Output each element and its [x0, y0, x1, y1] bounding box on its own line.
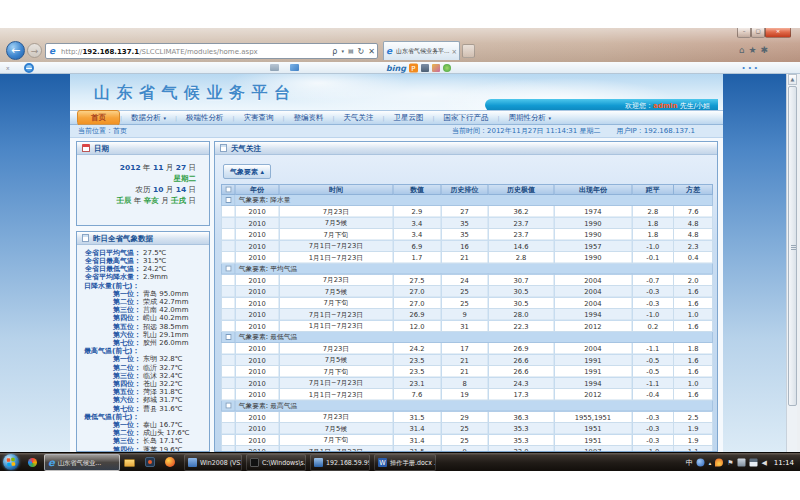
data-row[interactable]: 20107月23日24.21726.92004-1.11.8: [222, 343, 713, 355]
stat-label: 全省日最高气温：: [77, 256, 141, 264]
tray-network-icon[interactable]: [749, 459, 757, 467]
checkbox-icon[interactable]: [225, 334, 231, 340]
data-row[interactable]: 20107月1日~7月23日26.9928.01994-1.01.0: [222, 309, 713, 321]
browser2-icon[interactable]: [164, 456, 177, 469]
data-row[interactable]: 20107月23日27.52430.72004-0.72.0: [222, 274, 713, 286]
tray-display-icon[interactable]: [737, 459, 745, 467]
checkbox-icon[interactable]: [225, 197, 231, 203]
tray-flag-icon[interactable]: ⚑: [727, 459, 733, 467]
scrollbar-thumb[interactable]: [788, 86, 797, 406]
toolbar-globe-icon[interactable]: [443, 64, 451, 72]
taskbar-task-ie[interactable]: e山东省气候业...: [44, 454, 120, 471]
group-row[interactable]: 气象要素: 最低气温: [222, 332, 713, 343]
favorites-icon[interactable]: ★: [748, 44, 756, 55]
date-line-0: 2012 年 11 月 27 日: [77, 162, 196, 173]
taskbar-task-word[interactable]: W操作手册.docx ...: [374, 454, 436, 471]
menu-item-3[interactable]: 灾害查询: [234, 113, 282, 123]
cell: 2010: [235, 217, 279, 229]
weather-panel-header: 天气关注: [215, 142, 717, 155]
tray-network-globe-icon[interactable]: [697, 459, 705, 467]
toolbar-overflow-icon[interactable]: •••: [742, 64, 760, 72]
report-icon: [82, 234, 89, 242]
cell: 35.3: [488, 423, 554, 435]
checkbox-icon[interactable]: [225, 187, 231, 193]
tray-flame-icon[interactable]: [715, 459, 723, 467]
toolbar-close-icon[interactable]: x: [6, 64, 10, 71]
taskbar-task-vm[interactable]: Win2008 (VS2...: [184, 454, 242, 471]
data-row[interactable]: 20107月下旬23.52126.61991-0.51.6: [222, 366, 713, 378]
data-row[interactable]: 20107月5候3.43523.719901.84.8: [222, 217, 713, 229]
data-row[interactable]: 20107月5候31.42535.31951-0.31.9: [222, 423, 713, 435]
group-row[interactable]: 气象要素: 降水量: [222, 195, 713, 206]
cell: 30.7: [488, 274, 554, 286]
browser-tab[interactable]: e 山东省气候业务平... ×: [383, 41, 460, 60]
forward-button[interactable]: →: [27, 43, 42, 58]
ime-indicator[interactable]: 中: [686, 458, 693, 467]
data-row[interactable]: 20107月下旬3.43523.719901.84.8: [222, 229, 713, 241]
data-row[interactable]: 20107月下旬31.42535.31951-0.31.9: [222, 434, 713, 446]
bing-logo[interactable]: bing: [386, 63, 406, 73]
data-row[interactable]: 20107月下旬27.02530.52004-0.31.6: [222, 297, 713, 309]
new-tab-button[interactable]: [462, 44, 475, 58]
compatibility-icon[interactable]: ▤: [348, 48, 354, 55]
data-row[interactable]: 20107月1日~7月23日23.1824.31994-1.11.0: [222, 377, 713, 389]
data-row[interactable]: 20101月1日~7月23日1.7212.81990-0.10.4: [222, 252, 713, 264]
menu-item-6[interactable]: 卫星云图: [385, 113, 433, 123]
toolbar-camera-icon[interactable]: [421, 64, 429, 72]
taskbar-clock[interactable]: 11:14: [774, 459, 794, 467]
window-maximize-button[interactable]: ▢: [751, 28, 765, 38]
search-icon[interactable]: ρ: [332, 46, 337, 56]
menu-item-8[interactable]: 周期性分析 ▾: [500, 113, 560, 123]
tray-expand-icon[interactable]: ▴: [709, 460, 712, 466]
send-icon[interactable]: [290, 64, 299, 71]
window-minimize-button[interactable]: –: [737, 28, 751, 38]
cell: 2010: [235, 377, 279, 389]
data-row[interactable]: 20107月5候23.52126.61991-0.51.6: [222, 354, 713, 366]
stop-icon[interactable]: ✕: [368, 46, 375, 56]
media-player-icon[interactable]: [144, 456, 157, 469]
toolbar-logo-icon[interactable]: [24, 63, 34, 73]
back-button[interactable]: ←: [6, 41, 25, 60]
data-row[interactable]: 20107月23日2.92736.219742.87.6: [222, 206, 713, 218]
gadget-icon[interactable]: [26, 456, 39, 469]
settings-icon[interactable]: ✱: [760, 44, 768, 55]
menu-item-0[interactable]: 首页: [77, 110, 120, 126]
cell: 36.3: [488, 411, 554, 423]
menu-item-7[interactable]: 国家下行产品: [435, 113, 498, 123]
toolbar-palette-icon[interactable]: [432, 64, 440, 72]
refresh-icon[interactable]: ↻: [358, 46, 365, 56]
window-close-button[interactable]: ×: [765, 28, 791, 38]
data-row[interactable]: 20107月5候27.02530.52004-0.31.6: [222, 286, 713, 298]
menu-item-5[interactable]: 天气关注: [335, 113, 383, 123]
group-row[interactable]: 气象要素: 最高气温: [222, 400, 713, 411]
data-row[interactable]: 20101月1日~7月23日12.03122.320120.21.6: [222, 320, 713, 332]
cell: -0.3: [632, 286, 674, 298]
rank-label: 第一位：: [77, 355, 141, 363]
tray-volume-icon[interactable]: ◀: [761, 459, 766, 467]
browser-scrollbar[interactable]: ▲: [786, 74, 797, 452]
data-row[interactable]: 20107月1日~7月23日6.91614.61957-1.02.3: [222, 240, 713, 252]
explorer-icon[interactable]: [124, 456, 137, 469]
toolbar-p-icon[interactable]: P: [409, 63, 418, 72]
search-dropdown-icon[interactable]: ▾: [341, 48, 344, 54]
menu-item-1[interactable]: 数据分析 ▾: [122, 113, 175, 123]
rank-row: 第一位：青岛 95.0mm: [77, 289, 209, 297]
scroll-up-icon[interactable]: ▲: [788, 74, 797, 85]
taskbar-task-rdp[interactable]: 192.168.59.99...: [310, 454, 370, 471]
rank-label: 第六位：: [77, 396, 141, 404]
address-bar[interactable]: e http://192.168.137.1/SLCCLIMATE/module…: [45, 43, 378, 59]
menu-item-2[interactable]: 极端性分析: [177, 113, 233, 123]
home-icon[interactable]: ⌂: [739, 44, 745, 55]
checkbox-icon[interactable]: [225, 403, 231, 409]
row-select-cell: [222, 286, 236, 298]
start-button[interactable]: [3, 454, 19, 470]
data-row[interactable]: 20101月1日~7月23日7.61917.32012-0.41.6: [222, 389, 713, 401]
group-row[interactable]: 气象要素: 平均气温: [222, 263, 713, 274]
checkbox-icon[interactable]: [225, 266, 231, 272]
mail-icon[interactable]: [270, 64, 279, 71]
data-row[interactable]: 20107月23日31.52936.31955,1951-0.32.5: [222, 411, 713, 423]
element-filter-button[interactable]: 气象要素 ▴: [223, 164, 271, 179]
tab-close-icon[interactable]: ×: [452, 47, 457, 55]
menu-item-4[interactable]: 整编资料: [285, 113, 333, 123]
taskbar-task-cmd[interactable]: C:\Windows\s...: [246, 454, 306, 471]
